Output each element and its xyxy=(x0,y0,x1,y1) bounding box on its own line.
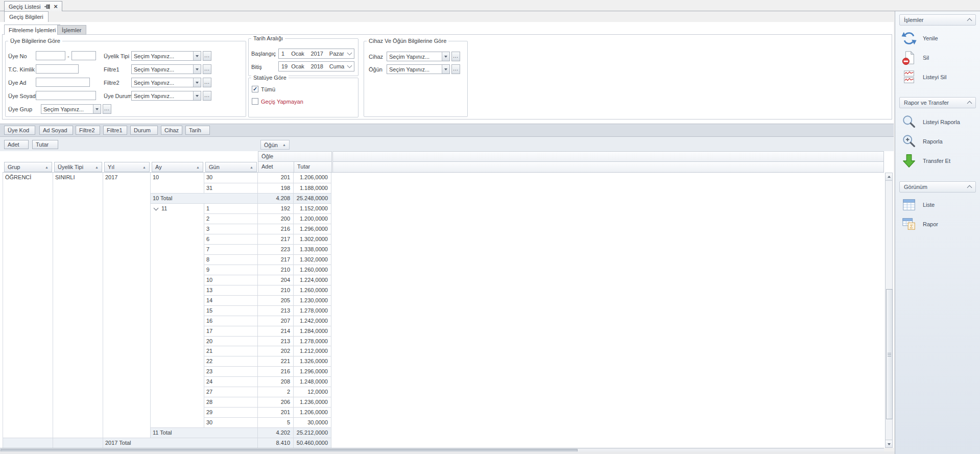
column-header-uyelik-tipi[interactable]: Üyelik Tipi▲ xyxy=(54,162,102,172)
checkbox-unchecked[interactable] xyxy=(252,98,258,105)
panel-header-islemler[interactable]: İşlemler xyxy=(899,14,976,26)
column-header-ay[interactable]: Ay▲ xyxy=(152,162,203,172)
uye-soyad-input[interactable] xyxy=(36,91,96,100)
dropdown-arrow-icon[interactable] xyxy=(193,52,201,60)
grid-row[interactable]: 22001.200,0000 xyxy=(3,213,331,224)
cihaz-more-button[interactable]: … xyxy=(451,52,460,61)
uye-ad-input[interactable] xyxy=(36,78,90,87)
column-header-grup[interactable]: Grup▲ xyxy=(4,162,52,172)
panel-item-sil[interactable]: Sil xyxy=(901,50,978,65)
grid-row[interactable]: ÖĞRENCİSINIRLI201710302011.206,0000 xyxy=(3,173,331,183)
status-all-checkbox[interactable]: ✓ Tümü xyxy=(252,86,275,92)
filtre2-more-button[interactable]: … xyxy=(203,78,211,87)
filtre1-select[interactable]: Seçim Yapınız... xyxy=(131,64,201,74)
grid-row[interactable]: 32161.296,0000 xyxy=(3,224,331,234)
tab-gecis-bilgileri[interactable]: Geçiş Bilgileri xyxy=(4,11,49,22)
group-chip-durum[interactable]: Durum xyxy=(130,126,158,135)
uye-durum-select[interactable]: Seçim Yapınız... xyxy=(131,91,201,101)
panel-header-gorunum[interactable]: Görünüm xyxy=(899,181,976,193)
collapse-chevron-icon[interactable] xyxy=(967,101,972,106)
grid-row[interactable]: 172141.284,0000 xyxy=(3,326,331,336)
expander-icon[interactable] xyxy=(154,205,159,210)
data-chip-tutar[interactable]: Tutar xyxy=(32,140,58,149)
grid-row[interactable]: 132101.260,0000 xyxy=(3,285,331,295)
pin-icon[interactable] xyxy=(44,4,50,10)
grid-row[interactable]: 202131.278,0000 xyxy=(3,336,331,346)
grid-row[interactable]: 27212,0000 xyxy=(3,387,331,397)
document-tab-gecis-listesi[interactable]: Geçiş Listesi × xyxy=(4,1,62,11)
tab-filtreleme-islemleri[interactable]: Filtreleme İşlemleri xyxy=(4,25,60,35)
dropdown-arrow-icon[interactable] xyxy=(442,65,449,74)
grid-row[interactable]: 232161.296,0000 xyxy=(3,366,331,376)
end-date-input[interactable]: 19 Ocak 2018 Cuma xyxy=(278,61,354,71)
close-icon[interactable]: × xyxy=(54,4,58,9)
grid-row[interactable]: 162071.242,0000 xyxy=(3,316,331,326)
data-chip-adet[interactable]: Adet xyxy=(4,140,29,149)
scroll-down-button[interactable] xyxy=(886,440,892,447)
grid-row[interactable]: 2017 Total8.41050.460,0000 xyxy=(3,438,331,448)
grid-row[interactable]: 1111921.152,0000 xyxy=(3,203,331,213)
ogun-more-button[interactable]: … xyxy=(451,64,460,74)
grid-row[interactable]: 10 Total4.20825.248,0000 xyxy=(3,193,331,203)
checkbox-checked[interactable]: ✓ xyxy=(252,86,258,92)
filtre1-more-button[interactable]: … xyxy=(203,64,211,74)
panel-item-transfer-et[interactable]: Transfer Et xyxy=(901,153,978,169)
column-header-adet[interactable]: Adet xyxy=(258,161,294,173)
uyelik-tipi-more-button[interactable]: … xyxy=(203,51,211,61)
column-header-gun[interactable]: Gün▲ xyxy=(205,162,257,172)
dropdown-arrow-icon[interactable] xyxy=(442,52,449,61)
dropdown-arrow-icon[interactable] xyxy=(93,105,101,113)
group-chip-tarih[interactable]: Tarih xyxy=(185,126,210,135)
collapse-chevron-icon[interactable] xyxy=(967,18,972,23)
grid-row[interactable]: 282061.236,0000 xyxy=(3,397,331,407)
grid-row[interactable]: 30530,0000 xyxy=(3,417,331,427)
horizontal-scrollbar[interactable] xyxy=(0,448,884,451)
grid-row[interactable]: 11 Total4.20225.212,0000 xyxy=(3,427,331,438)
band-header-ogun[interactable]: Öğün ▲ xyxy=(260,140,290,150)
group-chip-uye-kod[interactable]: Üye Kod xyxy=(4,126,35,135)
vertical-scrollbar-thumb[interactable] xyxy=(886,289,893,419)
grid-row[interactable]: 212021.212,0000 xyxy=(3,346,331,356)
ogun-select[interactable]: Seçim Yapınız... xyxy=(387,64,450,74)
uyelik-tipi-select[interactable]: Seçim Yapınız... xyxy=(131,51,201,61)
column-header-yil[interactable]: Yıl▲ xyxy=(104,162,150,172)
panel-item-liste[interactable]: Liste xyxy=(901,197,978,212)
panel-item-rapor[interactable]: Σ Rapor xyxy=(901,217,978,232)
cihaz-select[interactable]: Seçim Yapınız... xyxy=(387,52,450,61)
grid-row[interactable]: 72231.338,0000 xyxy=(3,244,331,254)
start-date-input[interactable]: 1 Ocak 2017 Pazar xyxy=(278,49,354,59)
band-sub-header-ogle[interactable]: Öğle xyxy=(258,151,332,162)
uye-no-from-input[interactable] xyxy=(36,51,65,60)
column-header-tutar[interactable]: Tutar xyxy=(294,161,332,173)
grid-row[interactable]: 92101.260,0000 xyxy=(3,265,331,275)
grid-row[interactable]: 102041.224,0000 xyxy=(3,275,331,285)
status-nopass-checkbox[interactable]: Geçiş Yapmayan xyxy=(252,98,303,105)
group-chip-filtre1[interactable]: Filtre1 xyxy=(103,126,127,135)
panel-item-yenile[interactable]: Yenile xyxy=(901,31,978,46)
panel-header-rapor-ve-transfer[interactable]: Rapor ve Transfer xyxy=(899,97,976,108)
grid-row[interactable]: 292011.206,0000 xyxy=(3,407,331,417)
grid-row[interactable]: 62171.302,0000 xyxy=(3,234,331,244)
grid-row[interactable]: 242081.248,0000 xyxy=(3,376,331,387)
tc-kimlik-input[interactable] xyxy=(36,64,79,74)
grid-row[interactable]: 222211.326,0000 xyxy=(3,356,331,366)
panel-item-raporla[interactable]: Raporla xyxy=(901,134,978,149)
filtre2-select[interactable]: Seçim Yapınız... xyxy=(131,78,201,87)
group-chip-cihaz[interactable]: Cihaz xyxy=(161,126,182,135)
grid-row[interactable]: 142051.230,0000 xyxy=(3,295,331,305)
grid-row[interactable]: 152131.278,0000 xyxy=(3,305,331,316)
scroll-up-button[interactable] xyxy=(886,173,892,181)
panel-item-listeyi-sil[interactable]: Listeyi Sil xyxy=(901,69,978,85)
group-chip-filtre2[interactable]: Filtre2 xyxy=(76,126,100,135)
vertical-scrollbar[interactable] xyxy=(885,173,893,448)
uye-grup-more-button[interactable]: … xyxy=(103,104,111,114)
collapse-chevron-icon[interactable] xyxy=(967,185,972,190)
tab-islemler[interactable]: İşlemler xyxy=(57,25,86,35)
grid-row[interactable]: 311981.188,0000 xyxy=(3,183,331,193)
uye-grup-select[interactable]: Seçim Yapınız... xyxy=(41,104,101,114)
dropdown-arrow-icon[interactable] xyxy=(193,78,201,87)
group-chip-ad-soyad[interactable]: Ad Soyad xyxy=(39,126,73,135)
grid-row[interactable]: 82171.302,0000 xyxy=(3,254,331,265)
uye-durum-more-button[interactable]: … xyxy=(203,91,211,101)
dropdown-arrow-icon[interactable] xyxy=(193,91,201,100)
